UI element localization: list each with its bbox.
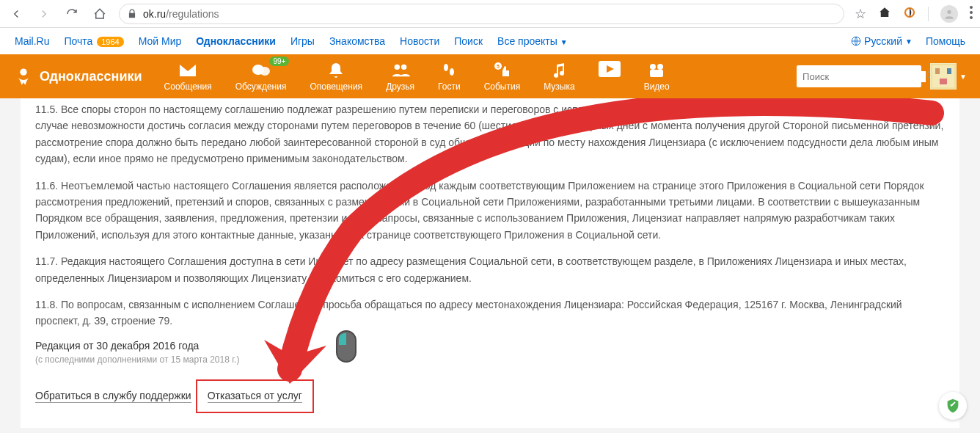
extension-icon[interactable] [903,6,916,21]
svg-rect-17 [650,70,663,77]
svg-point-11 [444,64,448,71]
svg-text:5: 5 [497,64,500,69]
bookmark-star-icon[interactable]: ☆ [855,6,866,22]
link-mailru[interactable]: Mail.Ru [15,35,49,47]
chevron-down-icon: ▼ [959,73,967,81]
svg-point-3 [970,11,973,14]
portal-top-links: Mail.Ru Почта 1964 Мой Мир Одноклассники… [0,28,980,54]
svg-rect-21 [947,68,951,74]
search-box[interactable] [797,65,921,87]
nav-events[interactable]: 5 События [484,61,521,92]
forward-button[interactable] [35,5,53,23]
nav-friends[interactable]: Друзья [386,61,414,92]
logo-text: Одноклассники [40,69,142,84]
edition-date: Редакция от 30 декабря 2016 года [35,340,945,352]
people-icon [391,61,410,80]
nav-messages[interactable]: Сообщения [164,61,212,92]
paragraph-116: 11.6. Неотъемлемой частью настоящего Сог… [35,178,945,244]
nav-notifications[interactable]: Оповещения [310,61,362,92]
language-selector[interactable]: Русский ▼ [851,35,913,47]
music-note-icon [549,61,568,80]
mouse-cursor-annotation [336,330,356,363]
ok-logo-icon [13,66,34,87]
bell-icon [326,61,345,80]
profile-avatar-icon[interactable] [940,5,958,23]
nav-music[interactable]: Музыка [544,61,574,92]
svg-point-1 [947,10,951,13]
browser-toolbar: ok.ru/regulations ☆ [0,0,980,28]
menu-dots-icon[interactable] [970,6,973,21]
security-shield-badge[interactable] [939,392,967,420]
search-input[interactable] [802,71,926,82]
address-bar[interactable]: ok.ru/regulations [119,4,844,24]
link-znakomstva[interactable]: Знакомства [329,35,385,47]
svg-point-10 [401,65,406,70]
lock-icon [127,9,137,19]
reload-button[interactable] [63,5,81,23]
link-vse-proekty[interactable]: Все проекты ▼ [497,35,568,47]
refuse-services-highlight: Отказаться от услуг [196,379,314,413]
profile-picture [930,63,957,90]
envelope-icon [178,61,197,80]
nav-discussions[interactable]: 99+ Обсуждения [235,61,287,92]
link-igry[interactable]: Игры [290,35,315,47]
link-moimir[interactable]: Мой Мир [139,35,182,47]
globe-icon [851,36,861,46]
svg-rect-20 [935,68,940,74]
contact-support-link[interactable]: Обратиться в службу поддержки [35,390,191,403]
house-icon[interactable] [878,6,891,21]
link-pochta[interactable]: Почта 1964 [64,35,123,47]
link-odnoklassniki[interactable]: Одноклассники [196,35,276,47]
paragraph-117: 11.7. Редакция настоящего Соглашения дос… [35,253,945,286]
play-icon [599,61,621,77]
svg-point-6 [20,69,26,76]
url-text: ok.ru/regulations [143,8,219,20]
profile-menu[interactable]: ▼ [930,63,967,90]
nav-video[interactable] [599,61,621,92]
page-content: 11.5. Все споры сторон по настоящему сог… [0,98,980,433]
paragraph-118: 11.8. По вопросам, связанным с исполнени… [35,296,945,330]
amendment-date: (с последними дополнениями от 15 марта 2… [35,354,945,365]
svg-point-8 [260,67,270,76]
thumbs-up-icon: 5 [492,61,511,80]
svg-point-2 [970,6,973,9]
link-poisk[interactable]: Поиск [454,35,483,47]
paragraph-115: 11.5. Все споры сторон по настоящему сог… [35,101,945,167]
site-logo[interactable]: Одноклассники [13,66,142,87]
svg-point-15 [650,64,656,70]
nav-video-label[interactable]: Видео [644,61,670,92]
speech-bubbles-icon [252,61,271,80]
svg-rect-22 [940,79,947,84]
svg-point-9 [394,65,399,70]
shield-icon [945,398,961,414]
home-button[interactable] [91,5,109,23]
refuse-services-link[interactable]: Отказаться от услуг [208,390,302,403]
svg-point-12 [450,68,454,76]
footprints-icon [439,61,458,80]
link-help[interactable]: Помощь [926,35,965,47]
back-button[interactable] [7,5,25,23]
camera-icon [647,61,666,80]
main-nav: Одноклассники Сообщения 99+ Обсуждения О… [0,54,980,98]
svg-point-4 [970,16,973,19]
discuss-badge: 99+ [269,57,289,66]
nav-guests[interactable]: Гости [438,61,461,92]
svg-point-16 [657,64,663,70]
mail-count-badge: 1964 [97,37,123,47]
link-novosti[interactable]: Новости [400,35,439,47]
